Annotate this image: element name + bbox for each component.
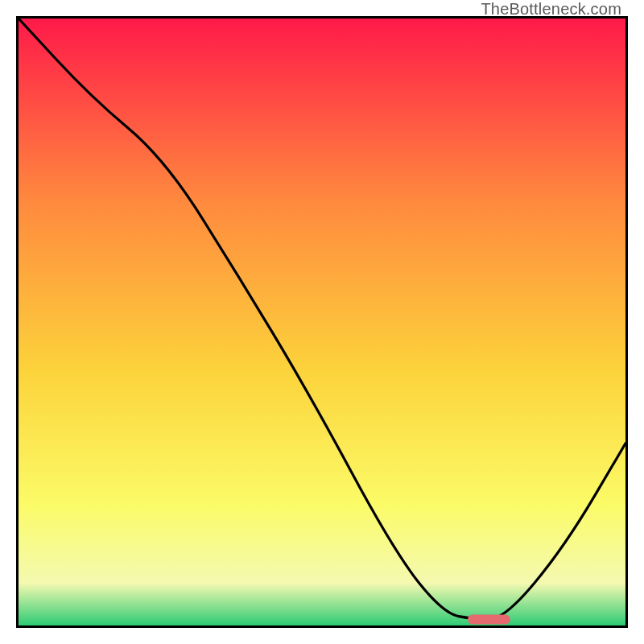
- chart-background: [19, 19, 625, 625]
- chart-svg: [19, 19, 625, 625]
- bottleneck-chart: [16, 16, 628, 628]
- optimal-marker: [468, 614, 510, 624]
